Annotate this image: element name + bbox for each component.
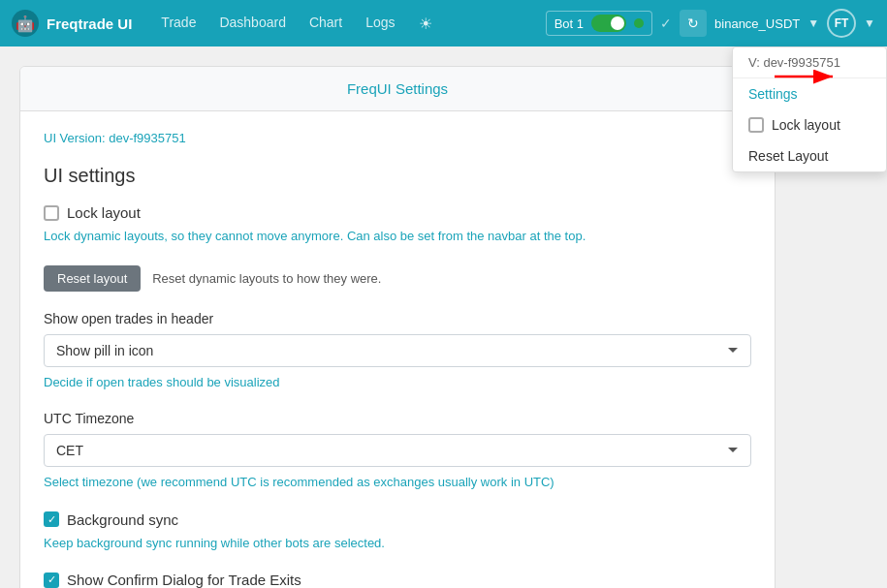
utc-timezone-label: UTC Timezone [44,411,751,426]
lock-layout-label: Lock layout [772,117,840,133]
confirm-dialog-checkbox[interactable]: ✓ [44,573,59,588]
reset-layout-button[interactable]: Reset layout [44,265,141,292]
settings-body: UI Version: dev-f9935751 UI settings Loc… [20,111,775,588]
main-content: FreqUI Settings UI Version: dev-f9935751… [0,46,795,588]
theme-icon[interactable]: ☀ [409,9,442,39]
refresh-icon[interactable]: ↻ [680,10,707,37]
reset-layout-label: Reset Layout [748,148,829,164]
utc-timezone-group: UTC Timezone UTC CET EST PST Select time… [44,411,751,492]
avatar-caret-icon[interactable]: ▼ [864,16,875,30]
background-sync-row: ✓ Background sync [44,511,751,528]
logo-icon: 🤖 [12,10,39,37]
status-dot [634,18,644,28]
confirm-dialog-label: Show Confirm Dialog for Trade Exits [67,572,301,588]
lock-layout-main-label: Lock layout [67,204,141,221]
exchange-label[interactable]: binance_USDT [714,16,800,31]
confirm-dialog-group: ✓ Show Confirm Dialog for Trade Exits Us… [44,572,751,588]
dropdown-menu: V: dev-f9935751 Settings Lock layout Res… [732,46,887,172]
lock-layout-checkbox[interactable] [748,117,764,133]
utc-timezone-select[interactable]: UTC CET EST PST [44,434,751,467]
dropdown-lock-layout[interactable]: Lock layout [733,109,886,140]
reset-layout-desc: Reset dynamic layouts to how they were. [152,271,381,286]
utc-timezone-desc: Select timezone (we recommend UTC is rec… [44,473,751,492]
nav-right: Bot 1 ✓ ↻ binance_USDT ▼ FT ▼ [546,9,875,38]
show-open-trades-group: Show open trades in header Show pill in … [44,311,751,392]
bot-selector[interactable]: Bot 1 [546,11,652,36]
arrow-indicator [770,57,847,99]
nav-trade[interactable]: Trade [151,9,206,39]
background-sync-label: Background sync [67,511,178,528]
reset-layout-group: Reset layout Reset dynamic layouts to ho… [44,265,751,292]
settings-panel: FreqUI Settings UI Version: dev-f9935751… [19,66,776,588]
check-icon[interactable]: ✓ [660,15,672,31]
avatar[interactable]: FT [827,9,856,38]
nav-links: Trade Dashboard Chart Logs ☀ [151,9,545,39]
background-sync-group: ✓ Background sync Keep background sync r… [44,511,751,553]
brand[interactable]: 🤖 Freqtrade UI [12,10,132,37]
ui-version: UI Version: dev-f9935751 [44,131,751,145]
bot-toggle[interactable] [591,15,626,32]
confirm-dialog-row: ✓ Show Confirm Dialog for Trade Exits [44,572,751,588]
brand-name: Freqtrade UI [47,15,132,32]
background-sync-checkbox[interactable]: ✓ [44,511,59,527]
settings-panel-title: FreqUI Settings [20,67,775,111]
bot-label: Bot 1 [554,16,584,31]
lock-layout-row: Lock layout [44,204,751,221]
navbar: 🤖 Freqtrade UI Trade Dashboard Chart Log… [0,0,887,46]
show-open-trades-label: Show open trades in header [44,311,751,326]
section-title: UI settings [44,165,751,187]
dropdown-reset-layout[interactable]: Reset Layout [733,140,886,171]
exchange-caret-icon[interactable]: ▼ [808,16,819,30]
lock-layout-group: Lock layout Lock dynamic layouts, so the… [44,204,751,246]
background-sync-desc: Keep background sync running while other… [44,534,751,553]
show-open-trades-desc: Decide if open trades should be visualiz… [44,373,751,392]
show-open-trades-select[interactable]: Show pill in icon Show count in header H… [44,334,751,367]
nav-logs[interactable]: Logs [356,9,404,39]
nav-dashboard[interactable]: Dashboard [209,9,296,39]
lock-layout-main-checkbox[interactable] [44,205,59,221]
lock-layout-desc: Lock dynamic layouts, so they cannot mov… [44,227,751,246]
nav-chart[interactable]: Chart [300,9,352,39]
